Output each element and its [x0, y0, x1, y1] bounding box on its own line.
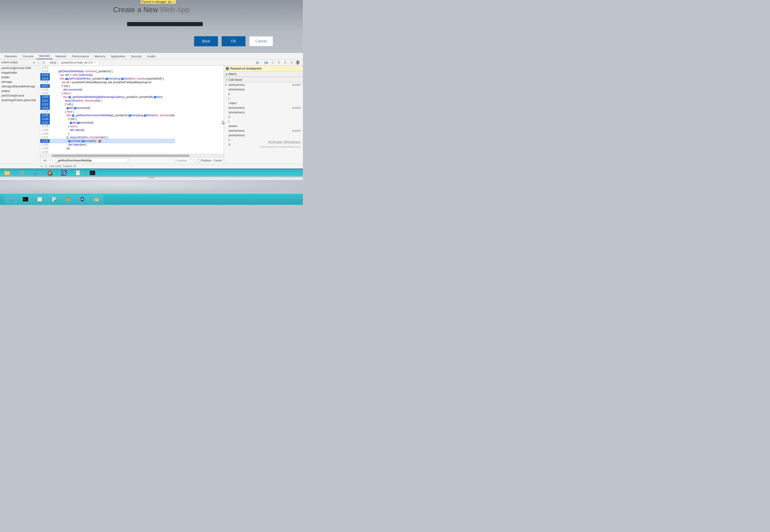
- libraries-icon[interactable]: [14, 169, 28, 177]
- cmd-icon[interactable]: C:\_: [85, 169, 100, 177]
- line-number[interactable]: 1230: [42, 132, 48, 136]
- line-number[interactable]: 1214: [40, 73, 50, 77]
- resume-icon[interactable]: ❙▶: [167, 0, 172, 4]
- code-line[interactable]: lang.hitch(this, function(id) {: [50, 99, 175, 103]
- callstack-frame[interactable]: k: [224, 92, 303, 96]
- taskbar-app2-icon[interactable]: [47, 195, 61, 204]
- code-line[interactable]: def.reject();: [50, 128, 175, 132]
- expand-icon[interactable]: ▸: [41, 165, 43, 168]
- line-number[interactable]: 1233: [42, 143, 48, 147]
- code-line[interactable]: }: [50, 132, 175, 136]
- tab-console[interactable]: Console: [20, 53, 36, 59]
- ie-icon[interactable]: [28, 169, 43, 177]
- line-number[interactable]: 1228: [42, 125, 48, 128]
- step-out-icon[interactable]: ↥: [283, 61, 287, 65]
- tab-application[interactable]: Application: [108, 53, 128, 59]
- code-line[interactable]: this._getDefaultWebMapByBasemapGallery(_…: [50, 95, 175, 99]
- scroll-thumb[interactable]: [52, 155, 189, 157]
- tab-memory[interactable]: Memory: [92, 53, 108, 59]
- line-number[interactable]: 1234: [42, 147, 48, 150]
- nav-item[interactable]: stemapp: [0, 80, 40, 84]
- line-number[interactable]: 1213: [42, 69, 48, 73]
- ok-button[interactable]: OK: [222, 36, 245, 46]
- gutter[interactable]: 1212121312141215121612171218121912201221…: [40, 66, 50, 154]
- callstack-frame[interactable]: k: [224, 115, 303, 119]
- chevron-right-icon[interactable]: »: [33, 61, 35, 64]
- find-cancel-button[interactable]: Cancel: [213, 159, 222, 162]
- match-case-toggle[interactable]: Aa: [42, 158, 47, 163]
- chrome-icon[interactable]: [43, 169, 57, 177]
- line-number[interactable]: 1232: [40, 139, 50, 143]
- taskbar-paint-icon[interactable]: [90, 195, 103, 204]
- toggle-navigator-icon[interactable]: ⎚: [41, 60, 46, 65]
- taskbar-app4-icon[interactable]: [76, 195, 89, 204]
- callstack-frame[interactable]: t: [224, 119, 303, 124]
- replace-checkbox[interactable]: Replace: [197, 159, 211, 162]
- resize-grip[interactable]: [149, 177, 154, 178]
- code-line[interactable]: this.getPortalSelfInfo(_portalUrl).then(…: [50, 77, 175, 80]
- line-number[interactable]: 1215: [40, 77, 50, 80]
- code-line[interactable]: def.resolve(id);: [50, 106, 175, 110]
- code-line[interactable]: getDefaultWebMap: function(_portalUrl) {: [50, 69, 175, 73]
- nav-item[interactable]: ebappbuilder: [0, 70, 40, 75]
- tab-elements[interactable]: Elements: [2, 53, 20, 59]
- code-line[interactable]: [50, 150, 175, 154]
- line-number[interactable]: 1225: [40, 114, 50, 117]
- find-input[interactable]: [55, 158, 128, 163]
- line-number[interactable]: 1231: [42, 136, 48, 139]
- callstack-frame[interactable]: resolve: [224, 124, 303, 128]
- line-number[interactable]: 1221: [40, 99, 50, 103]
- code-line[interactable]: } else {: [50, 91, 175, 95]
- nav-item[interactable]: poc03.insight.local:3344: [0, 66, 40, 70]
- close-icon[interactable]: ✕: [94, 61, 96, 64]
- nav-item[interactable]: stemapp3d//predefined-app: [0, 84, 40, 89]
- format-icon[interactable]: { }: [44, 165, 47, 168]
- line-number[interactable]: 1227: [40, 121, 50, 125]
- callstack-frame[interactable]: (anonymous)portalU: [224, 105, 303, 110]
- line-number[interactable]: 1212: [42, 66, 48, 69]
- code-editor[interactable]: 1212121312141215121612171218121912201221…: [40, 66, 224, 164]
- prev-match-icon[interactable]: ˄: [189, 158, 192, 163]
- line-number[interactable]: 1218: [42, 88, 48, 91]
- step-icon[interactable]: ⤾: [172, 0, 175, 4]
- callstack-frame[interactable]: (anonymous)portalU: [224, 128, 303, 133]
- code-lines[interactable]: getDefaultWebMap: function(_portalUrl) {…: [50, 66, 175, 154]
- step-over-icon[interactable]: ⤵: [270, 61, 274, 65]
- code-line[interactable]: def.reject(err);: [50, 143, 175, 147]
- line-number[interactable]: 1222: [40, 103, 50, 106]
- code-line[interactable]: if (id) {: [50, 103, 175, 106]
- line-number[interactable]: 1217: [40, 84, 50, 88]
- replace-toggle[interactable]: [197, 159, 200, 162]
- nav-item[interactable]: builder: [0, 75, 40, 80]
- back-button[interactable]: Back: [194, 36, 218, 46]
- search-icon[interactable]: [57, 169, 71, 177]
- taskbar-app3-icon[interactable]: [61, 195, 75, 204]
- nav-header[interactable]: ontent scripts » ⋮: [0, 60, 41, 65]
- kebab-icon[interactable]: ⋮: [37, 61, 40, 64]
- horizontal-scrollbar[interactable]: [40, 154, 224, 157]
- code-line[interactable]: var id = portalSelf.defaultBasemap && po…: [50, 80, 175, 84]
- code-line[interactable]: def.resolve(id);: [50, 88, 175, 91]
- code-line[interactable]: var def = new Deferred();: [50, 73, 175, 77]
- notepad-icon[interactable]: [71, 169, 85, 177]
- nav-item[interactable]: poc03.insight.local: [0, 93, 40, 98]
- file-tab-portalutils[interactable]: portalUtils.js?wab_dv=2.5 ✕: [59, 60, 98, 65]
- code-line[interactable]: console.error(err); ✕: [50, 139, 175, 143]
- callstack-frame[interactable]: t: [224, 96, 303, 101]
- explorer-icon[interactable]: [0, 169, 14, 177]
- taskbar-cmd-icon[interactable]: C:\_: [19, 195, 32, 204]
- code-line[interactable]: }));: [50, 147, 175, 150]
- code-line[interactable]: def.resolve(id);: [50, 121, 175, 125]
- line-number[interactable]: 1220: [40, 95, 50, 99]
- tab-audits[interactable]: Audits: [144, 53, 158, 59]
- toggle-sidebar-icon[interactable]: ▥: [255, 60, 260, 65]
- deactivate-breakpoints-icon[interactable]: ⁍⃠: [289, 61, 294, 65]
- line-number[interactable]: 1224: [42, 110, 48, 114]
- line-number[interactable]: 1216: [42, 80, 48, 84]
- next-match-icon[interactable]: ˅: [192, 158, 196, 163]
- code-line[interactable]: }), lang.hitch(this, function(err) {: [50, 136, 175, 139]
- watch-section[interactable]: Watch: [224, 71, 303, 77]
- taskbar-ie-icon[interactable]: [5, 195, 18, 204]
- callstack-frame[interactable]: l.reject: [224, 101, 303, 105]
- nav-item[interactable]: (index): [0, 89, 40, 93]
